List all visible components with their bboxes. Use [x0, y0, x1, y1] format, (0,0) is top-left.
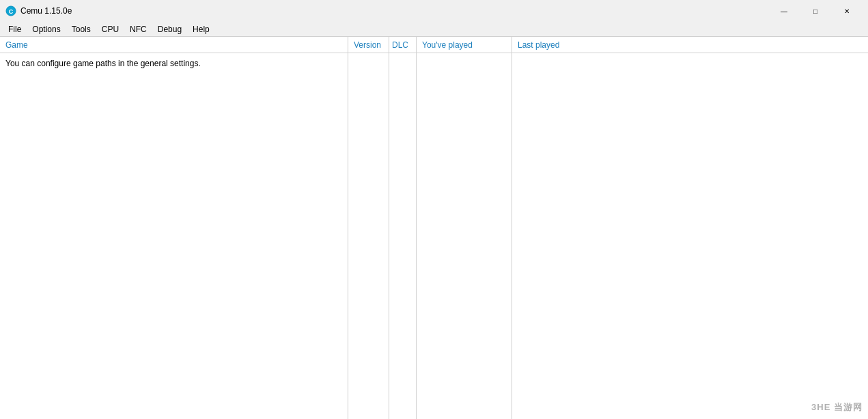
- menu-item-nfc[interactable]: NFC: [124, 22, 152, 37]
- col-played-label: You've played: [422, 40, 473, 50]
- menu-item-help[interactable]: Help: [187, 22, 215, 37]
- menu-item-cpu[interactable]: CPU: [96, 22, 124, 37]
- title-bar-left: C Cemu 1.15.0e: [5, 5, 768, 16]
- menu-bar: File Options Tools CPU NFC Debug Help: [0, 22, 868, 37]
- col-header-played: You've played: [417, 37, 512, 53]
- empty-state-message: You can configure game paths in the gene…: [5, 59, 201, 68]
- col-header-version: Version: [348, 37, 389, 53]
- menu-item-debug[interactable]: Debug: [152, 22, 187, 37]
- menu-item-tools[interactable]: Tools: [66, 22, 96, 37]
- col-header-game: Game: [0, 37, 348, 53]
- window-title: Cemu 1.15.0e: [20, 6, 72, 16]
- col-dlc-label: DLC: [392, 40, 408, 50]
- col-version-label: Version: [354, 40, 381, 50]
- menu-item-file[interactable]: File: [3, 22, 27, 37]
- app-icon: C: [5, 5, 16, 16]
- col-last-played-label: Last played: [518, 40, 559, 50]
- maximize-button[interactable]: □: [800, 0, 831, 22]
- close-button[interactable]: ✕: [831, 0, 863, 22]
- svg-text:C: C: [9, 8, 14, 15]
- game-column-body: You can configure game paths in the gene…: [0, 53, 348, 419]
- col-game-label: Game: [5, 40, 28, 50]
- table-body: You can configure game paths in the gene…: [0, 53, 868, 419]
- title-bar: C Cemu 1.15.0e — □ ✕: [0, 0, 868, 22]
- table-header: Game Version DLC You've played Last play…: [0, 37, 868, 53]
- dlc-column-body: [389, 53, 417, 419]
- col-header-last-played: Last played: [512, 37, 868, 53]
- main-content: Game Version DLC You've played Last play…: [0, 37, 868, 419]
- col-header-dlc: DLC: [389, 37, 417, 53]
- played-column-body: [417, 53, 512, 419]
- menu-item-options[interactable]: Options: [27, 22, 66, 37]
- window-controls: — □ ✕: [768, 0, 863, 22]
- version-column-body: [348, 53, 389, 419]
- last-played-column-body: [512, 53, 868, 419]
- minimize-button[interactable]: —: [768, 0, 800, 22]
